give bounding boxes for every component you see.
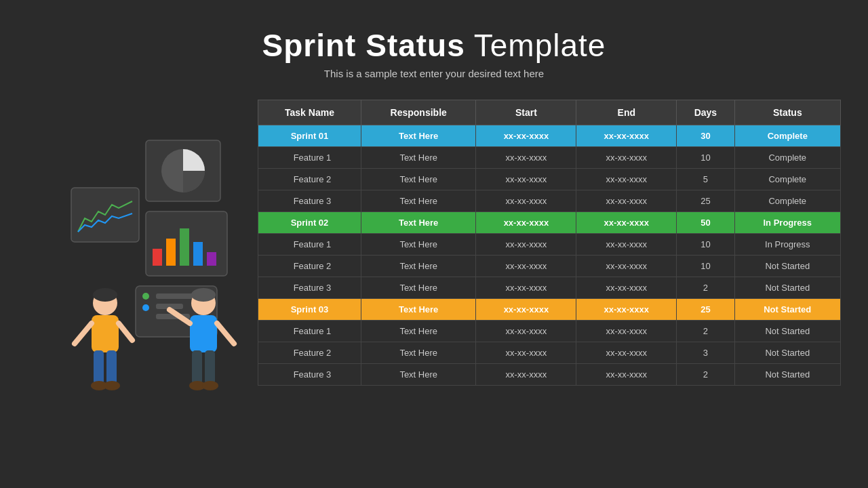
table-cell: xx-xx-xxxx [576, 234, 677, 256]
table-cell: Not Started [734, 256, 840, 277]
table-cell: xx-xx-xxxx [576, 364, 677, 386]
table-cell: Text Here [361, 147, 475, 169]
page-title: Sprint Status Template [0, 27, 868, 64]
table-cell: Text Here [361, 125, 475, 147]
table-cell: Text Here [361, 277, 475, 299]
table-cell: Text Here [361, 169, 475, 190]
svg-point-23 [93, 288, 117, 302]
table-cell: Sprint 02 [258, 212, 361, 234]
feature-row: Feature 2Text Herexx-xx-xxxxxx-xx-xxxx5C… [258, 169, 841, 190]
svg-line-27 [217, 323, 234, 344]
col-task-name: Task Name [258, 100, 361, 125]
page-header: Sprint Status Template This is a sample … [0, 0, 868, 86]
table-cell: Feature 1 [258, 234, 361, 256]
table-cell: xx-xx-xxxx [576, 125, 677, 147]
table-cell: 3 [677, 342, 734, 364]
col-start: Start [476, 100, 576, 125]
table-cell: Not Started [734, 342, 840, 364]
table-cell: 5 [677, 169, 734, 190]
sprint-row: Sprint 01Text Herexx-xx-xxxxxx-xx-xxxx30… [258, 125, 841, 147]
svg-point-10 [142, 293, 149, 300]
table-cell: xx-xx-xxxx [476, 256, 576, 277]
feature-row: Feature 1Text Herexx-xx-xxxxxx-xx-xxxx2N… [258, 321, 841, 342]
table-cell: xx-xx-xxxx [476, 364, 576, 386]
table-cell: Not Started [734, 299, 840, 321]
table-cell: xx-xx-xxxx [576, 321, 677, 342]
svg-rect-19 [94, 350, 104, 384]
table-cell: 10 [677, 256, 734, 277]
table-cell: 2 [677, 321, 734, 342]
table-cell: xx-xx-xxxx [576, 147, 677, 169]
table-cell: Text Here [361, 234, 475, 256]
svg-rect-5 [166, 239, 176, 266]
svg-rect-25 [190, 315, 217, 352]
svg-rect-12 [156, 293, 197, 299]
svg-point-32 [191, 288, 216, 302]
table-cell: Feature 3 [258, 364, 361, 386]
svg-rect-20 [106, 350, 117, 384]
col-responsible: Responsible [361, 100, 475, 125]
table-cell: Complete [734, 169, 840, 190]
table-cell: xx-xx-xxxx [576, 342, 677, 364]
sprint-row: Sprint 03Text Herexx-xx-xxxxxx-xx-xxxx25… [258, 299, 841, 321]
table-cell: In Progress [734, 212, 840, 234]
table-cell: xx-xx-xxxx [476, 299, 576, 321]
table-cell: 25 [677, 190, 734, 212]
table-cell: Text Here [361, 342, 475, 364]
sprint-table: Task Name Responsible Start End Days Sta… [258, 100, 841, 386]
svg-rect-4 [153, 249, 162, 266]
table-cell: Text Here [361, 364, 475, 386]
feature-row: Feature 3Text Herexx-xx-xxxxxx-xx-xxxx25… [258, 190, 841, 212]
table-cell: 30 [677, 125, 734, 147]
table-cell: Text Here [361, 190, 475, 212]
table-cell: xx-xx-xxxx [576, 256, 677, 277]
svg-rect-28 [192, 350, 202, 384]
col-days: Days [677, 100, 734, 125]
svg-line-17 [75, 323, 92, 344]
col-end: End [576, 100, 677, 125]
table-cell: Text Here [361, 256, 475, 277]
svg-rect-6 [180, 228, 189, 266]
table-cell: xx-xx-xxxx [476, 277, 576, 299]
table-cell: 2 [677, 364, 734, 386]
feature-row: Feature 2Text Herexx-xx-xxxxxx-xx-xxxx3N… [258, 342, 841, 364]
table-cell: xx-xx-xxxx [576, 299, 677, 321]
table-cell: Text Here [361, 321, 475, 342]
table-cell: xx-xx-xxxx [576, 212, 677, 234]
table-cell: Not Started [734, 321, 840, 342]
table-cell: xx-xx-xxxx [476, 342, 576, 364]
svg-point-22 [104, 381, 120, 390]
table-cell: xx-xx-xxxx [476, 234, 576, 256]
table-cell: Sprint 01 [258, 125, 361, 147]
table-cell: Text Here [361, 212, 475, 234]
table-cell: Sprint 03 [258, 299, 361, 321]
svg-point-31 [202, 381, 218, 390]
table-cell: Feature 2 [258, 342, 361, 364]
table-cell: Feature 3 [258, 190, 361, 212]
table-cell: 10 [677, 234, 734, 256]
table-cell: Not Started [734, 277, 840, 299]
col-status: Status [734, 100, 840, 125]
table-cell: In Progress [734, 234, 840, 256]
svg-point-11 [142, 304, 149, 311]
table-cell: xx-xx-xxxx [476, 212, 576, 234]
svg-rect-16 [92, 315, 119, 352]
table-cell: xx-xx-xxxx [476, 125, 576, 147]
table-cell: Complete [734, 147, 840, 169]
table-cell: xx-xx-xxxx [476, 190, 576, 212]
table-cell: Feature 1 [258, 147, 361, 169]
table-cell: Complete [734, 190, 840, 212]
table-cell: 25 [677, 299, 734, 321]
table-cell: xx-xx-xxxx [576, 190, 677, 212]
svg-rect-8 [207, 252, 216, 266]
table-cell: Feature 2 [258, 169, 361, 190]
table-cell: xx-xx-xxxx [576, 277, 677, 299]
svg-rect-29 [205, 350, 215, 384]
feature-row: Feature 3Text Herexx-xx-xxxxxx-xx-xxxx2N… [258, 364, 841, 386]
table-cell: Feature 1 [258, 321, 361, 342]
illustration [27, 106, 258, 432]
table-cell: Complete [734, 125, 840, 147]
table-cell: Text Here [361, 299, 475, 321]
table-cell: 10 [677, 147, 734, 169]
svg-line-18 [119, 323, 132, 340]
